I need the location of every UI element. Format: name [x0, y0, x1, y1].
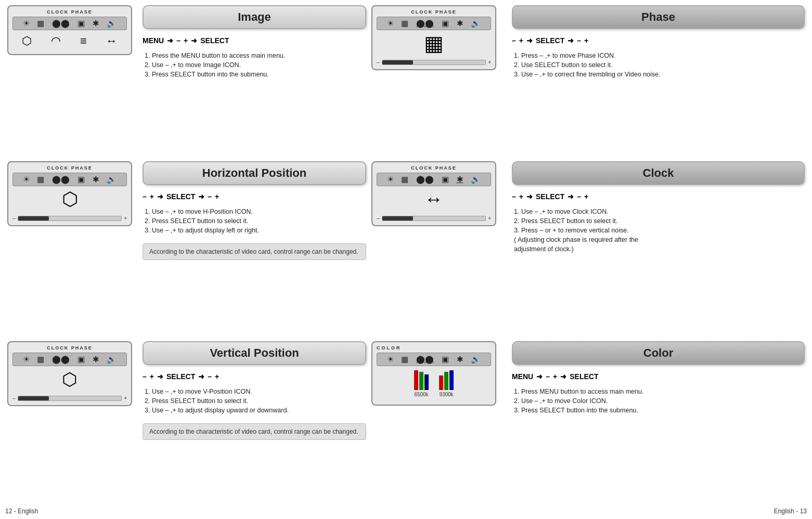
square-icon-c: ▣ — [442, 175, 449, 184]
wrench-icon: ✱ — [93, 19, 99, 28]
dots-icon-c: ⬤⬤ — [416, 175, 434, 184]
sun-icon-col: ☀ — [387, 355, 394, 364]
dots-icon-v: ⬤⬤ — [52, 355, 70, 364]
arrow2: ➜ — [191, 36, 197, 45]
vpos-center: ⬡ — [12, 366, 127, 392]
swatch-9300k-group: 9300k — [439, 369, 454, 397]
image-title: Image — [238, 10, 271, 23]
image-controls: MENU ➜ – + ➜ SELECT — [143, 36, 366, 45]
speaker-icon-v: 🔊 — [107, 355, 117, 364]
phase-monitor: CLOCK PHASE ☀ ▦ ⬤⬤ ▣ ✱ 🔊 ▦ – + — [371, 5, 496, 70]
vpos-controls: – + ➜ SELECT ➜ – + — [143, 372, 366, 381]
vpos-step-1: 1. Use – ,+ to move V-Position ICON. — [145, 388, 366, 395]
hpos-monitor-label: CLOCK PHASE — [12, 165, 127, 171]
arrows-icon: ↔ — [106, 34, 118, 48]
vpos-big-icon: ⬡ — [62, 369, 78, 390]
clock-big-icon: ↔ — [424, 188, 443, 210]
phase-bar-fill — [382, 60, 414, 64]
grid-icon: ▦ — [37, 19, 44, 28]
hpos-step-3: 3. Use – ,+ to adjust display left or ri… — [145, 227, 366, 234]
image-section-block: Image MENU ➜ – + ➜ SELECT 1. Press the M… — [143, 5, 366, 154]
hpos-section-block: Horizontal Position – + ➜ SELECT ➜ – + 1… — [143, 161, 366, 334]
minus-col: – — [546, 372, 550, 381]
arrow-clk: ➜ — [526, 192, 533, 201]
speaker-icon-p: 🔊 — [471, 19, 481, 28]
color-monitor-label: COLOR — [377, 345, 491, 351]
sun-icon-v: ☀ — [23, 355, 30, 364]
color-title: Color — [643, 346, 673, 359]
dots-icon-p: ⬤⬤ — [416, 19, 434, 28]
phase-step-3: 3. Use – ,+ to correct fine trembling or… — [514, 71, 805, 78]
phase-monitor-icons-row: ☀ ▦ ⬤⬤ ▣ ✱ 🔊 — [377, 17, 491, 30]
select-col: SELECT — [570, 372, 598, 381]
phase-monitor-label: CLOCK PHASE — [377, 9, 491, 15]
phase-progress: – + — [377, 59, 491, 65]
vpos-note-text: According to the characteristic of video… — [149, 428, 358, 435]
bar-b-6500 — [424, 374, 429, 390]
arc-icon: ◠ — [51, 34, 61, 48]
phase-step-1: 1. Press – ,+ to move Phase ICON. — [514, 52, 805, 59]
bar-g-6500 — [419, 372, 423, 390]
minus-p: – — [512, 36, 516, 45]
color-section-block: Color MENU ➜ – + ➜ SELECT 1. Press MENU … — [512, 341, 805, 514]
color-step-2: 2. Use – ,+ to move Color ICON. — [514, 397, 805, 405]
vpos-monitor-block: CLOCK PHASE ☀ ▦ ⬤⬤ ▣ ✱ 🔊 ⬡ – + — [7, 341, 137, 514]
color-instructions: 1. Press MENU button to access main menu… — [512, 388, 805, 416]
vpos-instructions: 1. Use – ,+ to move V-Position ICON. 2. … — [143, 388, 366, 416]
phase-center: ▦ — [377, 30, 491, 56]
phase-title: Phase — [641, 10, 675, 23]
wrench-icon-h: ✱ — [93, 175, 99, 184]
plus1: + — [184, 36, 188, 45]
plus2-h: + — [215, 192, 219, 201]
sun-icon-p: ☀ — [387, 19, 394, 28]
wrench-icon-v: ✱ — [93, 355, 99, 364]
select-label: SELECT — [200, 36, 229, 45]
image-section-header: Image — [143, 5, 366, 29]
hpos-controls: – + ➜ SELECT ➜ – + — [143, 192, 366, 201]
arrow2-p: ➜ — [568, 36, 574, 45]
image-monitor-icons-row: ☀ ▦ ⬤⬤ ▣ ✱ 🔊 — [12, 17, 127, 30]
menu-label: MENU — [143, 36, 164, 45]
hpos-center: ⬡ — [12, 186, 127, 212]
color-icons-row: ☀ ▦ ⬤⬤ ▣ ✱ 🔊 — [377, 353, 491, 366]
grid-icon-col: ▦ — [401, 355, 408, 364]
clock-monitor-label: CLOCK PHASE — [377, 165, 491, 171]
minus-clk: – — [512, 192, 516, 201]
select-p: SELECT — [536, 36, 564, 45]
arrow-h: ➜ — [157, 192, 163, 201]
color-section-header: Color — [512, 341, 805, 365]
phase-section-block: Phase – + ➜ SELECT ➜ – + 1. Press – ,+ t… — [512, 5, 805, 154]
arrow2-h: ➜ — [198, 192, 204, 201]
vpos-progress: – + — [12, 395, 127, 401]
clock-section-block: Clock – + ➜ SELECT ➜ – + 1. Use – ,+ to … — [512, 161, 805, 334]
phase-bar — [382, 60, 486, 65]
footer-left: 12 - English — [5, 508, 38, 515]
arrow1: ➜ — [167, 36, 173, 45]
footer-right: English - 13 — [774, 508, 807, 515]
arrow-v: ➜ — [157, 372, 163, 381]
swatch-6500k-label: 6500k — [414, 392, 428, 397]
clock-controls: – + ➜ SELECT ➜ – + — [512, 192, 805, 201]
clock-title: Clock — [643, 166, 674, 179]
plus-h: + — [150, 192, 154, 201]
hpos-big-icon: ⬡ — [62, 188, 78, 210]
bar-b-9300 — [449, 370, 454, 390]
phase-monitor-block: CLOCK PHASE ☀ ▦ ⬤⬤ ▣ ✱ 🔊 ▦ – + — [371, 5, 507, 154]
plus2-v: + — [215, 372, 219, 381]
hpos-instructions: 1. Use – ,+ to move H-Position ICON. 2. … — [143, 208, 366, 236]
square-icon-p: ▣ — [442, 19, 449, 28]
image-monitor-block: CLOCK PHASE ☀ ▦ ⬤⬤ ▣ ✱ 🔊 ⬡ ◠ ≡ ↔ — [7, 5, 137, 154]
vpos-section-header: Vertical Position — [143, 341, 366, 365]
plus2-p: + — [584, 36, 588, 45]
phase-section-header: Phase — [512, 5, 805, 29]
hexagon-icon: ⬡ — [22, 34, 32, 48]
plus2-clk: + — [584, 192, 588, 201]
plus-clk: + — [519, 192, 523, 201]
plus-v: + — [150, 372, 154, 381]
hpos-section-header: Horizontal Position — [143, 161, 366, 185]
image-monitor-bottom: ⬡ ◠ ≡ ↔ — [12, 34, 127, 48]
minus2-h: – — [208, 192, 212, 201]
image-step-3: 3. Press SELECT button into the submenu. — [145, 71, 366, 78]
sun-icon: ☀ — [23, 19, 30, 28]
swatch-6500k-bars — [414, 369, 429, 390]
